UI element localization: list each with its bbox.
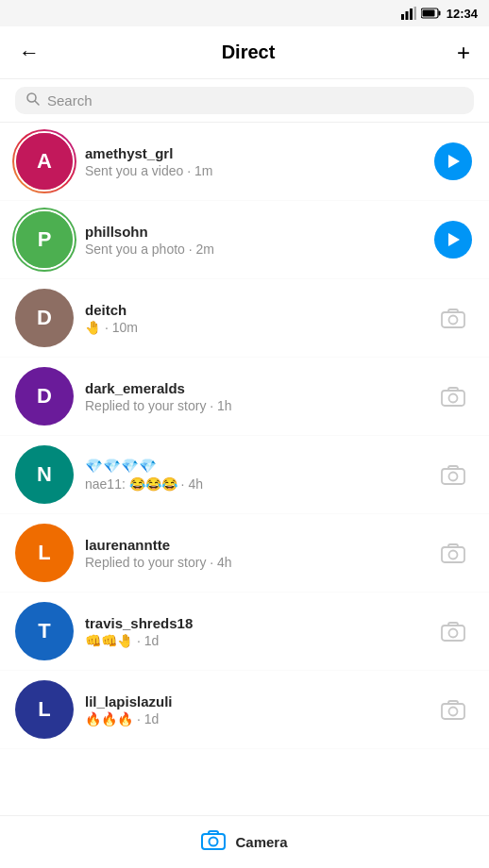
battery-icon: [421, 8, 442, 19]
message-preview: Sent you a video · 1m: [85, 163, 421, 178]
message-preview: 🔥🔥🔥 · 1d: [85, 711, 421, 726]
message-content: phillsohnSent you a photo · 2m: [85, 224, 421, 257]
list-item[interactable]: Ddark_emeraldsReplied to your story · 1h: [0, 358, 489, 436]
message-content: laurenanntteReplied to your story · 4h: [85, 537, 421, 570]
message-content: dark_emeraldsReplied to your story · 1h: [85, 380, 421, 413]
bottom-bar[interactable]: Camera: [0, 815, 489, 868]
play-button[interactable]: [432, 141, 474, 182]
message-list: Aamethyst_grlSent you a video · 1mPphill…: [0, 123, 489, 749]
list-item[interactable]: PphillsohnSent you a photo · 2m: [0, 201, 489, 279]
status-time: 12:34: [447, 7, 478, 21]
camera-button[interactable]: [432, 532, 474, 574]
svg-rect-11: [442, 391, 464, 406]
svg-point-16: [449, 551, 458, 559]
avatar: N: [15, 445, 74, 504]
status-icons: 12:34: [401, 7, 478, 21]
camera-button[interactable]: [432, 454, 474, 495]
camera-button[interactable]: [432, 689, 474, 730]
message-content: deitch🤚 · 10m: [85, 302, 421, 335]
message-content: travis_shreds18👊👊🤚 · 1d: [85, 615, 421, 648]
svg-point-18: [449, 629, 458, 638]
header: ← Direct +: [0, 26, 489, 79]
camera-icon: [441, 308, 465, 328]
search-input[interactable]: [47, 92, 463, 108]
svg-line-8: [35, 101, 39, 105]
camera-label: Camera: [235, 834, 287, 850]
svg-point-14: [449, 473, 458, 481]
message-content: 💎💎💎💎nae11: 😂😂😂 · 4h: [85, 458, 421, 492]
list-item[interactable]: Aamethyst_grlSent you a video · 1m: [0, 123, 489, 201]
message-username: laurenanntte: [85, 537, 421, 553]
message-username: travis_shreds18: [85, 615, 421, 631]
avatar: D: [15, 289, 74, 347]
search-wrap[interactable]: [15, 87, 474, 114]
page-title: Direct: [222, 42, 276, 63]
svg-rect-5: [438, 11, 440, 16]
camera-icon: [441, 699, 465, 720]
svg-rect-3: [413, 7, 416, 20]
svg-rect-1: [405, 11, 408, 20]
message-preview: 🤚 · 10m: [85, 320, 421, 335]
camera-button[interactable]: [432, 297, 474, 339]
message-preview: Sent you a photo · 2m: [85, 242, 421, 257]
avatar: T: [15, 602, 74, 660]
status-bar: 12:34: [0, 0, 489, 26]
avatar: A: [15, 132, 74, 191]
svg-rect-0: [401, 14, 404, 20]
camera-icon: [441, 542, 465, 563]
message-username: phillsohn: [85, 224, 421, 240]
message-username: amethyst_grl: [85, 145, 421, 161]
svg-point-22: [210, 837, 218, 845]
list-item[interactable]: N💎💎💎💎nae11: 😂😂😂 · 4h: [0, 436, 489, 514]
message-preview: nae11: 😂😂😂 · 4h: [85, 476, 421, 492]
list-item[interactable]: Llil_lapislazuli🔥🔥🔥 · 1d: [0, 671, 489, 749]
list-item[interactable]: LlaurenanntteReplied to your story · 4h: [0, 514, 489, 593]
play-button[interactable]: [432, 219, 474, 260]
message-content: lil_lapislazuli🔥🔥🔥 · 1d: [85, 693, 421, 726]
svg-point-12: [449, 394, 458, 403]
list-item[interactable]: Ddeitch🤚 · 10m: [0, 279, 489, 358]
camera-icon: [441, 621, 465, 642]
svg-point-10: [449, 316, 458, 325]
avatar: L: [15, 680, 74, 739]
svg-rect-15: [442, 547, 464, 562]
message-preview: Replied to your story · 1h: [85, 398, 421, 413]
message-username: dark_emeralds: [85, 380, 421, 396]
svg-rect-17: [442, 626, 464, 641]
svg-rect-9: [442, 312, 464, 327]
search-icon: [26, 92, 40, 108]
camera-icon: [441, 464, 465, 485]
back-button[interactable]: ←: [15, 37, 43, 69]
avatar: D: [15, 367, 74, 426]
message-username: deitch: [85, 302, 421, 318]
camera-button[interactable]: [432, 610, 474, 652]
camera-button[interactable]: [432, 376, 474, 417]
message-content: amethyst_grlSent you a video · 1m: [85, 145, 421, 178]
svg-point-20: [449, 708, 458, 716]
new-message-button[interactable]: +: [453, 36, 474, 70]
message-preview: Replied to your story · 4h: [85, 555, 421, 570]
signal-icon: [401, 7, 416, 20]
camera-icon: [441, 386, 465, 407]
svg-rect-13: [442, 469, 464, 484]
search-bar: [0, 79, 489, 123]
avatar: L: [15, 524, 74, 582]
message-preview: 👊👊🤚 · 1d: [85, 633, 421, 648]
message-username: lil_lapislazuli: [85, 693, 421, 709]
message-username: 💎💎💎💎: [85, 458, 421, 475]
svg-rect-6: [422, 10, 434, 17]
list-item[interactable]: Ttravis_shreds18👊👊🤚 · 1d: [0, 593, 489, 671]
svg-rect-19: [442, 704, 464, 719]
camera-bottom-icon: [201, 829, 226, 856]
svg-rect-2: [410, 8, 413, 20]
avatar: P: [15, 210, 74, 269]
svg-rect-21: [202, 834, 225, 849]
